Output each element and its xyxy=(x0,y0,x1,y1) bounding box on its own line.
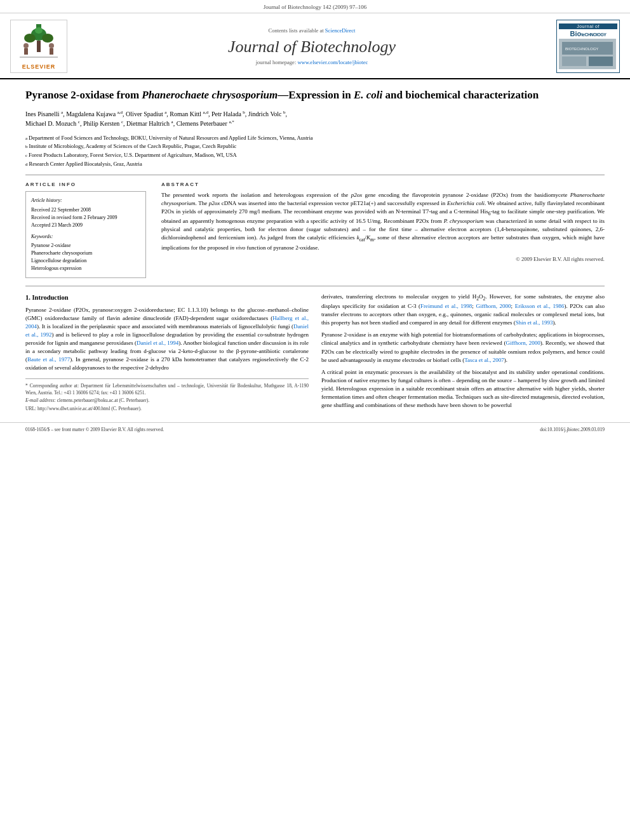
footnotes-area: * Corresponding author at: Department fü… xyxy=(25,378,309,412)
right-para-3: A critical point in enzymatic processes … xyxy=(321,368,605,410)
intro-para-1: Pyranose 2-oxidase (P2Ox, pyranose:oxyge… xyxy=(25,306,309,372)
received-date: Received 22 September 2008 xyxy=(31,206,140,214)
ref-baute[interactable]: Baute et al., 1977 xyxy=(27,356,70,363)
top-bar: Journal of Biotechnology 142 (2009) 97–1… xyxy=(0,0,630,13)
article-info-column: ARTICLE INFO Article history: Received 2… xyxy=(25,182,146,278)
affil-text-d: Research Center Applied Biocatalysis, Gr… xyxy=(29,160,142,168)
affiliations: a Department of Food Sciences and Techno… xyxy=(25,134,605,168)
body-section: 1. Introduction Pyranose 2-oxidase (P2Ox… xyxy=(25,293,605,414)
svg-rect-4 xyxy=(37,41,41,52)
divider-2 xyxy=(25,286,605,286)
affil-sup-b: b xyxy=(25,143,28,150)
title-italic-ecoli: E. coli xyxy=(354,89,382,101)
affil-sup-d: d xyxy=(25,161,28,168)
ref-daniel1994[interactable]: Daniel et al., 1994 xyxy=(137,340,178,346)
affil-sup-c: c xyxy=(25,152,27,159)
email-link[interactable]: clemens.peterbauer@boku.ac.at xyxy=(57,397,118,403)
jb-top-label: Journal of xyxy=(559,23,617,29)
jb-cover-svg: BIOTECHNOLOGY xyxy=(559,39,616,69)
intro-body-text: Pyranose 2-oxidase (P2Ox, pyranose:oxyge… xyxy=(25,306,309,372)
keywords-label: Keywords: xyxy=(31,233,140,241)
body-col-right: derivates, transferring electrons to mol… xyxy=(321,293,605,414)
affil-a: a Department of Food Sciences and Techno… xyxy=(25,134,605,142)
keyword-3: Lignocellulose degradation xyxy=(31,257,140,265)
ref-freimund[interactable]: Freimund et al., 1998 xyxy=(420,303,472,309)
authors-line: Ines Pisanelli a, Magdalena Kujawa a,d, … xyxy=(25,109,605,129)
ref-shin[interactable]: Shin et al., 1993 xyxy=(516,319,553,326)
abstract-text: The presented work reports the isolation… xyxy=(161,191,605,253)
article-title: Pyranose 2-oxidase from Phanerochaete ch… xyxy=(25,88,605,103)
homepage-label: journal homepage: xyxy=(256,59,297,65)
ref-eriksson[interactable]: Eriksson et al., 1986 xyxy=(515,303,565,309)
ref-giffhorn2000a[interactable]: Giffhorn, 2000 xyxy=(476,303,511,309)
ref-giffhorn2000b[interactable]: Giffhorn, 2000 xyxy=(506,340,540,346)
article-dates: Received 22 September 2008 Received in r… xyxy=(31,206,140,229)
journal-logo-box: Journal of BioteCHNOlOGY BIOTECHNOLOGY xyxy=(556,20,620,73)
characterized-word: characterized xyxy=(496,218,526,224)
footnote-corresponding: * Corresponding author at: Department fü… xyxy=(25,383,309,396)
right-body-text: derivates, transferring electrons to mol… xyxy=(321,293,605,410)
keyword-4: Heterologous expression xyxy=(31,265,140,272)
svg-point-3 xyxy=(42,34,53,43)
jb-bio-text: Bio xyxy=(570,30,581,37)
article-info-box: Article history: Received 22 September 2… xyxy=(25,191,146,278)
jb-logo-image: BIOTECHNOLOGY xyxy=(559,39,616,69)
article-info-abstract-section: ARTICLE INFO Article history: Received 2… xyxy=(25,182,605,278)
divider-1 xyxy=(25,175,605,175)
bottom-bar: 0168-1656/$ – see front matter © 2009 El… xyxy=(0,422,630,436)
abstract-column: ABSTRACT The presented work reports the … xyxy=(161,182,605,278)
journal-title: Journal of Biotechnology xyxy=(228,37,396,57)
right-para-2: Pyranose 2-oxidase is an enzyme with hig… xyxy=(321,331,605,364)
contents-line: Contents lists available at ScienceDirec… xyxy=(269,27,356,34)
sciencedirect-link[interactable]: ScienceDirect xyxy=(325,27,356,34)
affil-b: b Institute of Microbiology, Academy of … xyxy=(25,142,605,150)
ref-tasca[interactable]: Tasca et al., 2007 xyxy=(464,357,504,363)
elsevier-logo: ELSEVIER xyxy=(10,20,67,73)
svg-point-5 xyxy=(35,27,43,34)
footnote-url: URL: http://www.dlwt.univie.ac.at/400.ht… xyxy=(25,406,309,413)
jb-logo-inner: Journal of BioteCHNOlOGY BIOTECHNOLOGY xyxy=(559,23,617,69)
revised-date: Received in revised form 2 February 2009 xyxy=(31,214,140,222)
jb-tech-text: teCHNOlOGY xyxy=(581,32,606,37)
journal-homepage: journal homepage: www.elsevier.com/locat… xyxy=(256,59,368,65)
footnote-email: E-mail address: clemens.peterbauer@boku.… xyxy=(25,397,309,404)
contents-text: Contents lists available at xyxy=(269,27,324,34)
right-para-1: derivates, transferring electrons to mol… xyxy=(321,293,605,328)
doi-line: doi:10.1016/j.jbiotec.2009.03.019 xyxy=(540,427,605,432)
affil-d: d Research Center Applied Biocatalysis, … xyxy=(25,160,605,168)
svg-text:BIOTECHNOLOGY: BIOTECHNOLOGY xyxy=(565,47,598,51)
svg-rect-13 xyxy=(562,57,586,66)
elsevier-tree-icon xyxy=(17,23,60,62)
history-label: Article history: xyxy=(31,197,140,204)
jb-brand: BioteCHNOlOGY xyxy=(559,29,617,39)
ref-daniel1992[interactable]: Daniel et al., 1992 xyxy=(25,323,309,338)
affil-text-a: Department of Food Sciences and Technolo… xyxy=(29,134,312,142)
accepted-date: Accepted 23 March 2009 xyxy=(31,222,140,229)
article-info-label: ARTICLE INFO xyxy=(25,182,146,187)
keyword-1: Pyranose 2-oxidase xyxy=(31,242,140,250)
elsevier-brand-text: ELSEVIER xyxy=(22,63,56,70)
abstract-label: ABSTRACT xyxy=(161,182,605,187)
title-italic-genus: Phanerochaete chrysosporium xyxy=(142,89,278,101)
copyright-line: © 2009 Elsevier B.V. All rights reserved… xyxy=(161,256,605,262)
keyword-2: Phanerochaete chrysosporium xyxy=(31,250,140,257)
header-center: Contents lists available at ScienceDirec… xyxy=(77,20,546,73)
svg-point-8 xyxy=(49,43,54,48)
main-content: Pyranose 2-oxidase from Phanerochaete ch… xyxy=(0,79,630,422)
homepage-url[interactable]: www.elsevier.com/locate/jbiotec xyxy=(297,59,368,65)
url-link[interactable]: http://www.dlwt.univie.ac.at/400.html xyxy=(37,406,110,411)
svg-rect-9 xyxy=(50,48,53,55)
affil-text-b: Institute of Microbiology, Academy of Sc… xyxy=(29,142,237,150)
affil-sup-a: a xyxy=(25,135,27,142)
page-wrapper: Journal of Biotechnology 142 (2009) 97–1… xyxy=(0,0,630,840)
intro-number: 1. xyxy=(25,294,30,301)
issn-line: 0168-1656/$ – see front matter © 2009 El… xyxy=(25,427,164,432)
svg-rect-14 xyxy=(589,57,613,66)
svg-rect-7 xyxy=(24,48,28,55)
ref-hallberg[interactable]: Hallberg et al., 2004 xyxy=(25,315,309,330)
svg-point-6 xyxy=(23,43,29,48)
body-col-left: 1. Introduction Pyranose 2-oxidase (P2Ox… xyxy=(25,293,309,414)
journal-citation: Journal of Biotechnology 142 (2009) 97–1… xyxy=(264,4,367,10)
intro-heading: 1. Introduction xyxy=(25,293,309,302)
header-area: ELSEVIER Contents lists available at Sci… xyxy=(0,13,630,79)
